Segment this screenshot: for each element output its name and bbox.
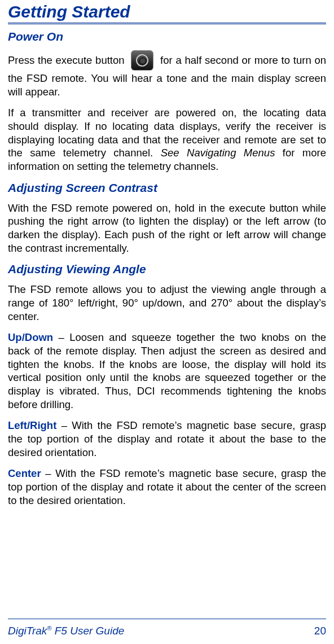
paragraph: If a transmitter and receiver are powere… <box>8 106 326 173</box>
section-heading-viewing: Adjusting Viewing Angle <box>8 262 326 276</box>
text: DigiTrak <box>8 625 47 637</box>
text: F5 User Guide <box>51 625 124 637</box>
divider <box>8 23 326 24</box>
paragraph: Up/Down – Loosen and squeeze together th… <box>8 331 326 411</box>
term-updown: Up/Down <box>8 331 53 343</box>
section-heading-contrast: Adjusting Screen Contrast <box>8 181 326 195</box>
footer: DigiTrak® F5 User Guide 20 <box>8 619 326 637</box>
footer-guide-title: DigiTrak® F5 User Guide <box>8 625 124 637</box>
text: Press the execute button <box>8 54 128 66</box>
term-leftright: Left/Right <box>8 419 56 431</box>
execute-button-icon <box>131 50 153 71</box>
paragraph: Left/Right – With the FSD remote’s magne… <box>8 419 326 459</box>
page-title: Getting Started <box>8 2 326 21</box>
text-italic: See Navigating Menus <box>161 147 275 159</box>
footer-page-number: 20 <box>314 625 326 637</box>
paragraph: Press the execute button for a half seco… <box>8 50 326 98</box>
text: – Loosen and squeeze together the two kn… <box>8 331 326 410</box>
paragraph: The FSD remote allows you to adjust the … <box>8 283 326 323</box>
text: – With the FSD remote’s magnetic base se… <box>8 467 326 506</box>
term-center: Center <box>8 467 41 479</box>
paragraph: Center – With the FSD remote’s magnetic … <box>8 467 326 507</box>
paragraph: With the FSD remote powered on, hold in … <box>8 201 326 255</box>
section-heading-power-on: Power On <box>8 30 326 43</box>
